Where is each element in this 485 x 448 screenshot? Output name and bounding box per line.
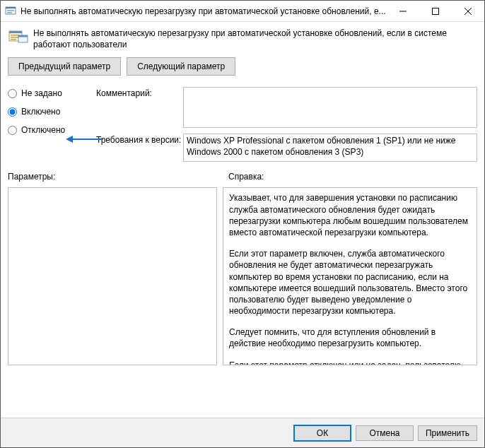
parameters-label: Параметры: — [8, 172, 228, 182]
help-label: Справка: — [228, 172, 264, 182]
ok-button[interactable]: ОК — [293, 425, 351, 442]
apply-button[interactable]: Применить — [418, 425, 477, 441]
dialog-footer: ОК Отмена Применить — [1, 418, 484, 447]
radio-enabled-label: Включено — [21, 107, 60, 117]
close-button[interactable] — [452, 1, 484, 22]
svg-rect-10 — [11, 35, 19, 36]
help-paragraph: Если этот параметр включен, служба автом… — [229, 248, 471, 317]
radio-enabled[interactable]: Включено — [8, 107, 94, 117]
help-paragraph: Если этот параметр отключен или не задан… — [229, 360, 471, 366]
window-title: Не выполнять автоматическую перезагрузку… — [21, 6, 387, 16]
radio-disabled-input[interactable] — [8, 126, 17, 135]
comment-label: Комментарий: — [96, 87, 181, 98]
help-panel[interactable]: Указывает, что для завершения установки … — [223, 187, 477, 365]
radio-not-configured[interactable]: Не задано — [8, 88, 94, 98]
requirements-box[interactable]: Windows XP Professional с пакетом обновл… — [183, 134, 477, 162]
cancel-button[interactable]: Отмена — [356, 425, 414, 441]
state-radio-group: Не задано Включено Отключено — [8, 87, 94, 135]
minimize-button[interactable] — [387, 1, 419, 22]
radio-disabled[interactable]: Отключено — [8, 125, 94, 135]
previous-setting-button[interactable]: Предыдущий параметр — [8, 57, 121, 76]
svg-rect-12 — [11, 39, 16, 40]
svg-rect-11 — [11, 37, 19, 38]
help-paragraph: Указывает, что для завершения установки … — [229, 192, 471, 238]
radio-not-configured-input[interactable] — [8, 89, 17, 98]
radio-disabled-label: Отключено — [21, 125, 65, 135]
svg-rect-3 — [7, 12, 12, 13]
parameters-panel — [8, 187, 217, 365]
requirements-label: Требования к версии: — [96, 134, 181, 145]
app-icon — [5, 6, 16, 17]
maximize-button[interactable] — [419, 1, 452, 22]
titlebar: Не выполнять автоматическую перезагрузку… — [1, 1, 484, 22]
svg-rect-2 — [7, 10, 14, 11]
comment-textarea[interactable] — [183, 87, 477, 128]
policy-icon — [8, 28, 29, 45]
radio-not-configured-label: Не задано — [21, 88, 62, 98]
requirements-text: Windows XP Professional с пакетом обновл… — [187, 136, 456, 157]
policy-title: Не выполнять автоматическую перезагрузку… — [33, 28, 477, 50]
svg-rect-5 — [433, 8, 439, 14]
svg-rect-14 — [18, 35, 28, 37]
svg-rect-1 — [6, 7, 16, 8]
svg-rect-9 — [9, 31, 22, 33]
help-paragraph: Следует помнить, что для вступления обно… — [229, 326, 471, 349]
next-setting-button[interactable]: Следующий параметр — [127, 57, 235, 76]
radio-enabled-input[interactable] — [8, 107, 17, 117]
window-controls — [387, 1, 484, 22]
